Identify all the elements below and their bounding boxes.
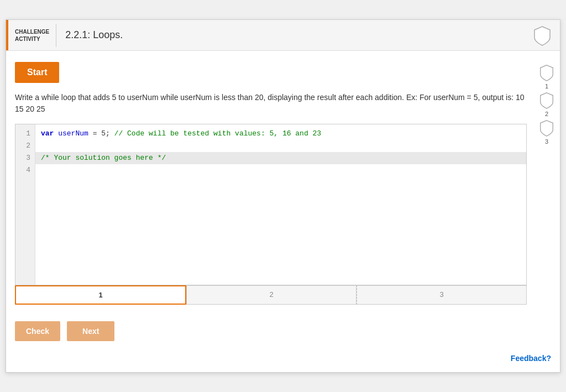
right-panel: 1 2 3 [539,64,554,145]
check-button[interactable]: Check [15,321,60,341]
test-tab-2[interactable]: 2 [186,285,357,305]
badge-shield-icon-1 [539,64,554,82]
line-num-4: 4 [20,164,30,176]
keyword-var: var [41,129,58,138]
activity-label: CHALLENGE ACTIVITY [8,24,56,47]
bottom-bar: Check Next [6,313,560,349]
badge-item-3: 3 [539,119,554,145]
test-tabs: 1 2 3 [15,285,527,305]
badge-num-1: 1 [545,83,548,90]
test-tab-3[interactable]: 3 [357,285,527,305]
activity-label-line1: CHALLENGE [15,28,49,35]
feedback-link[interactable]: Feedback? [511,354,551,363]
code-comment-1: // Code will be tested with values: 5, 1… [114,129,321,138]
code-area[interactable]: var userNum = 5; // Code will be tested … [35,124,526,285]
line-num-3: 3 [20,152,30,164]
main-window: CHALLENGE ACTIVITY 2.2.1: Loops. 1 2 3 [6,19,560,373]
line-num-1: 1 [20,128,30,140]
line-num-2: 2 [20,140,30,152]
code-line-1: var userNum = 5; // Code will be tested … [41,128,521,140]
code-line-3: /* Your solution goes here */ [35,152,526,164]
header: CHALLENGE ACTIVITY 2.2.1: Loops. [6,20,560,51]
badge-shield-icon-3 [539,119,554,137]
code-line-2 [41,140,521,152]
start-button[interactable]: Start [15,62,59,83]
activity-label-line2: ACTIVITY [15,35,49,43]
line-numbers: 1 2 3 4 [15,124,35,285]
next-button[interactable]: Next [67,321,114,341]
badge-item-2: 2 [539,92,554,117]
description-text: Write a while loop that adds 5 to userNu… [15,92,527,115]
badge-num-2: 2 [545,111,548,117]
badge-num-3: 3 [545,138,548,145]
header-badge-icon [533,25,551,46]
varname-userNum: userNum [58,129,88,138]
code-assign: = 5; [88,129,114,138]
main-content: Start Write a while loop that adds 5 to … [6,51,560,313]
code-editor[interactable]: 1 2 3 4 var userNum = 5; // Code will be… [15,124,527,285]
code-comment-2: /* Your solution goes here */ [41,154,166,162]
test-tab-1[interactable]: 1 [15,285,186,305]
code-line-4 [41,164,521,176]
badge-shield-icon-2 [539,92,554,109]
badge-item-1: 1 [539,64,554,90]
page-title: 2.2.1: Loops. [56,29,123,41]
feedback-bar: Feedback? [6,349,560,372]
